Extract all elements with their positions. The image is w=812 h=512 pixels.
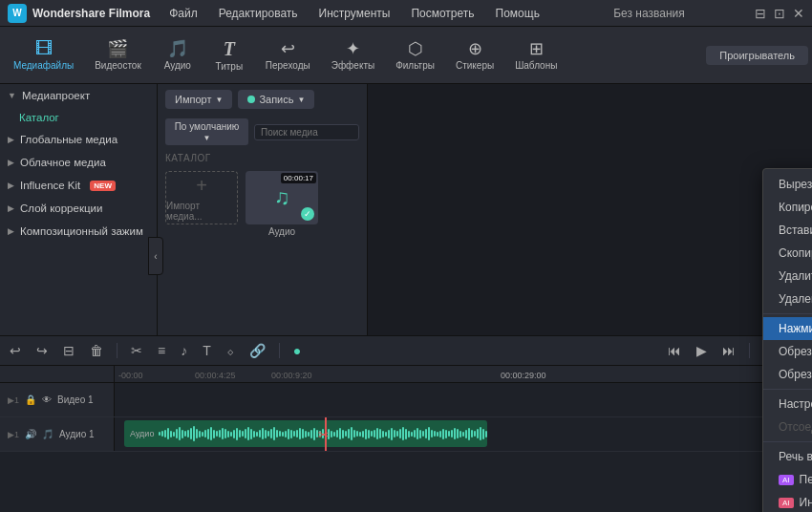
toolbar-audio-label: Аудио [164, 60, 191, 71]
audio-track-header: ▶1 🔊 🎵 Аудио 1 [0, 417, 115, 451]
wave-bar [288, 429, 289, 439]
ctx-audio-settings[interactable]: Настройка звука [763, 393, 812, 416]
wave-bar [379, 429, 381, 438]
sidebar-correction-layer[interactable]: ▶ Слой коррекции [0, 197, 157, 220]
wave-bar [385, 432, 387, 437]
wave-bar [308, 432, 310, 437]
ctx-ripple-delete[interactable]: Удаление пульсаций Shift+Del [763, 288, 812, 310]
menu-help[interactable]: Помощь [492, 5, 544, 22]
wave-bar [368, 430, 370, 438]
wave-bar [442, 429, 444, 439]
sidebar-cloud-media[interactable]: ▶ Облачное медиа [0, 151, 157, 174]
tl-redo[interactable]: ↪ [32, 341, 52, 360]
tl-undo[interactable]: ↩ [6, 341, 25, 360]
wave-bar [282, 432, 284, 437]
wave-bar [259, 430, 261, 437]
wave-bar [396, 431, 398, 437]
sidebar-catalog[interactable]: Каталог [0, 107, 157, 128]
ctx-trim-start[interactable]: Обрезать старт до точки воспроизведения … [763, 340, 812, 363]
wave-bar [356, 431, 358, 437]
ctx-copy[interactable]: Копировать Ctrl+C [763, 196, 812, 219]
maximize-icon[interactable]: ⊡ [774, 6, 785, 21]
wave-bar [448, 431, 450, 437]
wave-bar [425, 429, 427, 438]
toolbar-media[interactable]: 🎞 Медиафайлы [4, 36, 83, 75]
ctx-paste[interactable]: Вставить Ctrl+V [763, 219, 812, 242]
toolbar-templates[interactable]: ⊞ Шаблоны [505, 36, 566, 75]
tl-speed[interactable]: ⬦ [223, 341, 238, 360]
menu-file[interactable]: Файл [165, 5, 202, 22]
eye-icon[interactable]: 👁 [42, 395, 52, 405]
toolbar-audio[interactable]: 🎵 Аудио [153, 36, 203, 75]
toolbar-effects[interactable]: ✦ Эффекты [322, 36, 384, 75]
audio-track-content[interactable]: Аудио ✂ [115, 417, 812, 451]
tl-btn3[interactable]: ⊟ [59, 341, 78, 360]
tl-delete[interactable]: 🗑 [86, 341, 107, 360]
minimize-icon[interactable]: ⊟ [755, 6, 766, 21]
menu-tools[interactable]: Инструменты [315, 5, 395, 22]
window-controls: ⊟ ⊡ ✕ [755, 6, 804, 21]
close-icon[interactable]: ✕ [793, 6, 804, 21]
record-button[interactable]: Запись ▼ [238, 90, 314, 109]
toolbar-titles[interactable]: T Титры [204, 35, 254, 75]
ctx-cut[interactable]: Вырезать Ctrl+X [763, 173, 812, 196]
sidebar-global-media[interactable]: ▶ Глобальные медиа [0, 128, 157, 151]
ctx-split[interactable]: Нажмите, чтобы разделить Ctrl+B [763, 317, 812, 340]
ctx-duplicate[interactable]: Скопировать Ctrl+D [763, 242, 812, 265]
composition-clamp-arrow: ▶ [8, 226, 14, 236]
audio-clip-label: Аудио [124, 429, 154, 438]
media-import-area[interactable]: + Импорт медиа... [165, 171, 238, 224]
sort-button[interactable]: По умолчанию ▼ [165, 118, 248, 145]
audio-speaker-icon[interactable]: 🔊 [25, 429, 36, 439]
timeline-tracks: ▶1 🔒 👁 Видео 1 ▶1 🔊 🎵 Аудио 1 Аудио [0, 383, 812, 512]
timeline-ruler: -00:00 00:00:4:25 00:00:9:20 00:00:29:00 [0, 366, 812, 383]
sidebar-collapse-btn[interactable]: ‹ [148, 237, 158, 275]
wave-bar [296, 430, 298, 437]
wave-bar [167, 428, 169, 439]
tl-play-prev[interactable]: ⏮ [664, 341, 685, 360]
import-button[interactable]: Импорт ▼ [165, 90, 232, 109]
menu-edit[interactable]: Редактировать [215, 5, 302, 22]
wave-bar [439, 431, 441, 437]
tl-sep-3 [749, 343, 750, 358]
tl-play[interactable]: ▶ [693, 341, 711, 360]
wave-bar [474, 431, 476, 437]
wave-bar [348, 429, 350, 438]
video-track-num: ▶1 [8, 395, 19, 405]
wave-bar [391, 428, 393, 440]
ctx-divider-2 [763, 389, 812, 390]
tl-cut[interactable]: ✂ [127, 341, 146, 360]
ctx-delete[interactable]: Удалить Del [763, 265, 812, 288]
wave-bar [331, 431, 332, 437]
toolbar-stickers[interactable]: ⊕ Стикеры [446, 36, 503, 75]
toolbar-stock[interactable]: 🎬 Видеосток [85, 36, 151, 75]
media-search-input[interactable] [254, 124, 359, 140]
toolbar-titles-label: Титры [216, 61, 244, 72]
tl-audio-btn[interactable]: ♪ [177, 341, 191, 360]
tl-zoom-out[interactable]: ● [289, 341, 305, 360]
lock-icon[interactable]: 🔒 [25, 395, 36, 405]
sidebar-composition-clamp[interactable]: ▶ Композиционный зажим [0, 220, 157, 243]
wave-bar [265, 430, 267, 438]
toolbar-transitions[interactable]: ↩ Переходы [256, 36, 320, 75]
ctx-ai-voice-remove[interactable]: AI Инструмент для удаления голоса ИИ [763, 491, 812, 512]
ctx-speech-to-text[interactable]: Речь в текст [763, 445, 812, 468]
tl-select[interactable]: ≡ [154, 341, 169, 360]
audio-media-item[interactable]: ♫ 00:00:17 ✓ Аудио [246, 171, 318, 237]
sidebar-influence-kit[interactable]: ▶ Influence Kit NEW [0, 174, 157, 197]
correction-layer-arrow: ▶ [8, 203, 14, 213]
ctx-ai-voice-remove-label: Инструмент для удаления голоса ИИ [800, 496, 812, 509]
tl-sep-2 [279, 343, 280, 358]
player-button[interactable]: Проигрыватель [706, 46, 808, 65]
ctx-ai-translate[interactable]: AI Перевод ИИ [763, 468, 812, 491]
ctx-trim-end[interactable]: Обрезать конец до точки воспроизведения … [763, 363, 812, 386]
menu-view[interactable]: Посмотреть [407, 5, 478, 22]
tl-link[interactable]: 🔗 [246, 341, 269, 360]
audio-clip[interactable]: Аудио [124, 420, 487, 447]
audio-note-icon[interactable]: 🎵 [42, 429, 53, 439]
tl-play-next[interactable]: ⏭ [718, 341, 739, 360]
sidebar-mediaproject[interactable]: ▼ Медиапроект [0, 84, 157, 107]
toolbar-filters[interactable]: ⬡ Фильтры [386, 36, 444, 75]
wave-bar [422, 431, 424, 437]
tl-text[interactable]: T [199, 341, 215, 360]
